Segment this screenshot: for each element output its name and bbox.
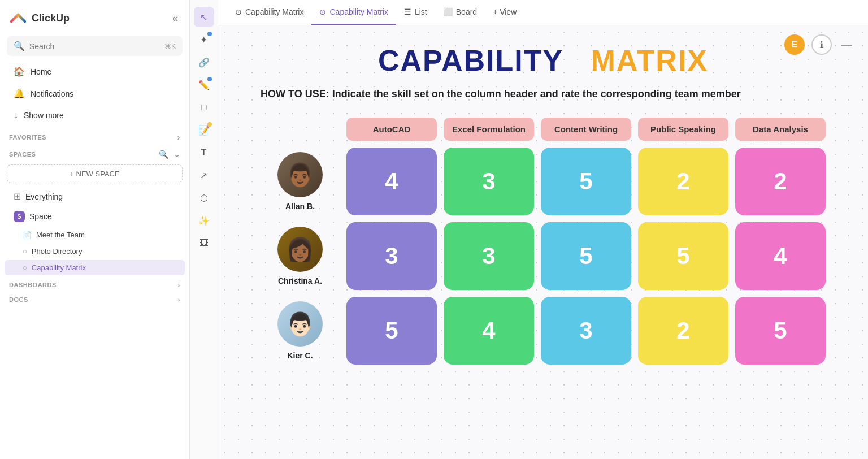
- spaces-chevron-icon[interactable]: ⌄: [173, 150, 181, 159]
- search-input[interactable]: [29, 42, 160, 51]
- score-christina-autocad: 3: [346, 222, 437, 290]
- tab-add-view[interactable]: + View: [485, 0, 524, 25]
- tab-capability-matrix-1[interactable]: ⊙ Capability Matrix: [227, 0, 311, 25]
- rectangle-icon: □: [201, 102, 207, 112]
- tab-add-view-label: + View: [493, 7, 517, 16]
- score-christina-speaking: 5: [638, 222, 728, 290]
- space-label: Space: [29, 212, 52, 221]
- score-christina-content: 5: [541, 222, 631, 290]
- matrix-grid: AutoCAD Excel Formulation Content Writin…: [261, 118, 826, 365]
- sidebar: ClickUp « 🔍 ⌘K 🏠 Home 🔔 Notifications ↓ …: [0, 0, 190, 459]
- blue-dot: [207, 32, 212, 36]
- nav-home-label: Home: [31, 67, 51, 76]
- score-allan-content: 5: [541, 148, 631, 215]
- score-christina-data: 4: [735, 222, 826, 290]
- pencil-icon: ✏️: [198, 80, 210, 90]
- tool-cursor-button[interactable]: ↖: [194, 7, 214, 27]
- tool-note-button[interactable]: 📝: [194, 120, 214, 140]
- tab-icon-1: ⊙: [235, 7, 242, 16]
- circle-icon-photo: ○: [23, 247, 27, 256]
- home-icon: 🏠: [14, 66, 25, 77]
- favorites-label: FAVORITES: [9, 134, 46, 141]
- search-bar[interactable]: 🔍 ⌘K: [7, 36, 183, 56]
- nav-notifications-label: Notifications: [31, 89, 73, 98]
- nav-item-show-more[interactable]: ↓ Show more: [5, 105, 185, 125]
- spaces-section-header: SPACES 🔍 ⌄: [0, 144, 189, 161]
- sidebar-item-space[interactable]: S Space: [5, 207, 185, 226]
- nav-item-home[interactable]: 🏠 Home: [5, 61, 185, 82]
- tool-image-button[interactable]: 🖼: [194, 233, 214, 253]
- blue-dot-2: [207, 77, 212, 81]
- sparkle-icon: ✨: [198, 215, 210, 226]
- tool-nodes-button[interactable]: ⬡: [194, 188, 214, 208]
- list-icon: ☰: [404, 7, 411, 16]
- app-logo[interactable]: ClickUp: [9, 9, 70, 27]
- score-allan-excel: 3: [444, 148, 534, 215]
- tool-rectangle-button[interactable]: □: [194, 97, 214, 118]
- yellow-dot: [207, 122, 212, 127]
- col-header-data: Data Analysis: [735, 118, 826, 141]
- search-icon: 🔍: [14, 41, 25, 51]
- score-allan-autocad: 4: [346, 148, 437, 215]
- matrix-title: CAPABILITY MATRIX: [261, 44, 826, 77]
- tab-capability-matrix-2[interactable]: ⊙ Capability Matrix: [311, 0, 396, 25]
- sidebar-item-everything[interactable]: ⊞ Everything: [5, 187, 185, 206]
- favorites-section-header[interactable]: FAVORITES ›: [0, 126, 189, 144]
- title-matrix: MATRIX: [591, 44, 708, 77]
- cursor-icon: ↖: [200, 12, 207, 23]
- canvas-area[interactable]: E ℹ — CAPABILITY MATRIX HOW TO USE: Indi…: [218, 25, 868, 459]
- circle-icon-capability: ○: [23, 263, 27, 272]
- meet-the-team-label: Meet the Team: [36, 231, 85, 239]
- tab-list[interactable]: ☰ List: [396, 0, 435, 25]
- tool-text-button[interactable]: T: [194, 142, 214, 163]
- minimize-button[interactable]: —: [839, 38, 854, 51]
- tool-pencil-button[interactable]: ✏️: [194, 75, 214, 95]
- arrow-down-icon: ↓: [14, 110, 18, 120]
- toolbar-strip: ↖ ✦ 🔗 ✏️ □ 📝 T ↗ ⬡ ✨ 🖼: [190, 0, 218, 459]
- spaces-actions: 🔍 ⌄: [159, 150, 180, 159]
- collapse-sidebar-button[interactable]: «: [170, 10, 180, 27]
- score-kier-autocad: 5: [346, 297, 437, 365]
- tool-sparkle-button[interactable]: ✨: [194, 210, 214, 231]
- everything-grid-icon: ⊞: [14, 191, 21, 202]
- member-name-kier: Kier C.: [287, 351, 313, 360]
- main-content: ⊙ Capability Matrix ⊙ Capability Matrix …: [218, 0, 868, 459]
- member-photo-christina: 👩🏾: [277, 227, 323, 272]
- sidebar-item-photo-directory[interactable]: ○ Photo Directory: [5, 244, 185, 259]
- col-header-excel: Excel Formulation: [444, 118, 534, 141]
- score-kier-excel: 4: [444, 297, 534, 365]
- image-icon: 🖼: [199, 238, 209, 248]
- sidebar-header: ClickUp «: [0, 0, 189, 32]
- score-allan-data: 2: [735, 148, 826, 215]
- nav-item-notifications[interactable]: 🔔 Notifications: [5, 83, 185, 104]
- col-header-speaking: Public Speaking: [638, 118, 728, 141]
- spaces-search-icon[interactable]: 🔍: [159, 150, 169, 159]
- dashboards-section-header[interactable]: DASHBOARDS ›: [0, 276, 189, 291]
- member-cell-allan: 👨🏾 Allan B.: [261, 152, 340, 211]
- everything-label: Everything: [25, 192, 63, 201]
- tab-label-1: Capability Matrix: [245, 7, 303, 16]
- favorites-chevron-icon: ›: [177, 133, 180, 142]
- tool-link-button[interactable]: 🔗: [194, 52, 214, 72]
- tab-list-label: List: [415, 7, 427, 16]
- tool-arrow-button[interactable]: ↗: [194, 165, 214, 185]
- arrow-icon: ↗: [200, 170, 207, 181]
- new-space-button[interactable]: + NEW SPACE: [7, 164, 183, 183]
- clickup-logo-icon: [9, 9, 27, 27]
- sidebar-item-capability-matrix[interactable]: ○ Capability Matrix: [5, 260, 185, 275]
- score-kier-content: 3: [541, 297, 631, 365]
- tab-board[interactable]: ⬜ Board: [435, 0, 485, 25]
- nav-show-more-label: Show more: [24, 111, 64, 120]
- matrix-subtitle: HOW TO USE: Indicate the skill set on th…: [261, 86, 826, 102]
- tool-magic-button[interactable]: ✦: [194, 29, 214, 50]
- col-header-autocad: AutoCAD: [346, 118, 437, 141]
- member-cell-kier: 👨🏻 Kier C.: [261, 301, 340, 360]
- docs-section-header[interactable]: DOCS ›: [0, 291, 189, 305]
- bell-icon: 🔔: [14, 88, 25, 99]
- docs-label: DOCS: [9, 296, 28, 303]
- member-name-allan: Allan B.: [285, 202, 315, 211]
- tab-icon-2: ⊙: [319, 7, 326, 16]
- text-icon: T: [201, 148, 207, 158]
- sidebar-item-meet-the-team[interactable]: 📄 Meet the Team: [5, 227, 185, 243]
- board-icon: ⬜: [443, 7, 453, 16]
